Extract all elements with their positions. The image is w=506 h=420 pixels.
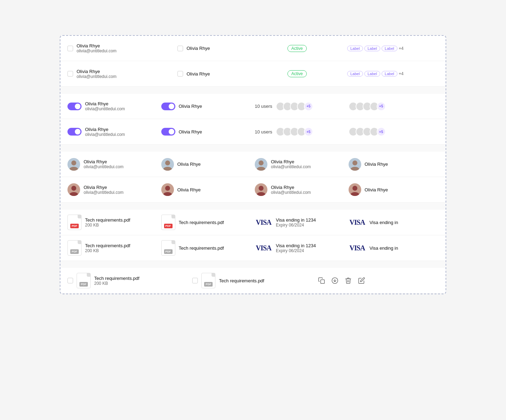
checkbox-input[interactable]	[67, 71, 73, 77]
avatar	[161, 183, 174, 196]
cell-users: 10 users +5	[255, 127, 345, 136]
visa-expiry: Expiry 06/2024	[276, 248, 316, 253]
cell-col4: Olivia Rhye	[349, 158, 439, 171]
copy-icon[interactable]	[317, 276, 326, 285]
toggle-switch[interactable]	[67, 128, 82, 136]
label-more: +4	[399, 71, 404, 76]
edit-icon[interactable]	[357, 276, 366, 285]
table-row: Olivia Rhye olivia@untitledui.com Olivia…	[60, 152, 446, 177]
cell-col2: Olivia Rhye	[177, 46, 284, 51]
user-email: olivia@untitledui.com	[271, 164, 311, 169]
user-name: Olivia Rhye	[177, 187, 201, 192]
user-email: olivia@untitledui.com	[77, 74, 117, 79]
cell-col1: PDF Tech requirements.pdf 200 KB	[67, 273, 189, 288]
table-row: PDF Tech requirements.pdf 200 KB PDF Tec…	[60, 268, 446, 293]
delete-icon[interactable]	[344, 276, 352, 285]
cell-col1: Olivia Rhye olivia@untitledui.com	[67, 183, 158, 196]
action-section: PDF Tech requirements.pdf 200 KB PDF Tec…	[60, 268, 446, 294]
label-chip: Label	[347, 46, 363, 51]
avatar-group: +5	[349, 102, 386, 111]
user-name: Olivia Rhye	[84, 159, 124, 164]
label-chip: Label	[382, 46, 397, 51]
label-chip: Label	[364, 71, 380, 77]
svg-rect-16	[320, 280, 324, 284]
user-name: Olivia Rhye	[179, 104, 202, 109]
download-icon[interactable]	[331, 276, 339, 285]
checkbox-input[interactable]	[177, 71, 183, 77]
user-info: Olivia Rhye olivia@untitledui.com	[85, 101, 125, 111]
cell-col3: VISA Visa ending in 1234 Expiry 06/2024	[255, 217, 345, 228]
user-name: Olivia Rhye	[77, 43, 117, 48]
avatar	[67, 183, 80, 196]
table-row: Olivia Rhye olivia@untitledui.com Olivia…	[60, 119, 446, 144]
checkbox-input[interactable]	[67, 278, 73, 283]
main-container: Olivia Rhye olivia@untitledui.com Olivia…	[60, 35, 446, 294]
users-count: 10 users	[255, 104, 272, 109]
svg-point-13	[257, 192, 265, 196]
svg-point-9	[70, 192, 78, 196]
toggle-switch[interactable]	[161, 103, 175, 110]
pdf-badge: PDF	[164, 224, 173, 228]
toggle-section: Olivia Rhye olivia@untitledui.com Olivia…	[60, 94, 446, 145]
file-size: 200 KB	[85, 223, 130, 228]
user-name: Olivia Rhye	[77, 69, 117, 74]
pdf-icon: PDF	[67, 240, 82, 256]
visa-info: Visa ending in 1234 Expiry 06/2024	[276, 243, 316, 253]
checkbox-input[interactable]	[177, 46, 183, 51]
file-name: Tech requirements.pdf	[179, 220, 224, 225]
user-email: olivia@untitledui.com	[84, 164, 124, 169]
svg-point-3	[163, 167, 172, 171]
user-name: Olivia Rhye	[271, 185, 311, 190]
cell-avatars-extra: +5	[349, 127, 439, 136]
checkbox-input[interactable]	[67, 46, 73, 51]
visa-ending: Visa ending in 1234	[276, 217, 316, 223]
cell-users: 10 users +5	[255, 102, 345, 111]
file-name: Tech requirements.pdf	[85, 243, 130, 248]
user-name: Olivia Rhye	[365, 162, 388, 167]
cell-col1: Olivia Rhye olivia@untitledui.com	[67, 127, 158, 137]
avatar-more: +5	[304, 102, 313, 111]
cell-col2: Olivia Rhye	[177, 71, 284, 77]
svg-point-11	[163, 192, 172, 196]
avatar-more: +5	[377, 127, 386, 136]
table-row: Olivia Rhye olivia@untitledui.com Olivia…	[60, 94, 446, 119]
avatar	[255, 183, 267, 196]
user-info: Olivia Rhye olivia@untitledui.com	[84, 159, 124, 169]
pdf-badge: PDF	[164, 249, 173, 254]
cell-col1: Olivia Rhye olivia@untitledui.com	[67, 43, 174, 53]
toggle-switch[interactable]	[67, 103, 82, 110]
cell-avatars-extra: +5	[349, 102, 439, 111]
table-row: PDF Tech requirements.pdf 200 KB PDF Tec…	[60, 235, 446, 261]
avatar	[349, 158, 361, 171]
checkbox-input[interactable]	[192, 278, 198, 283]
user-email: olivia@untitledui.com	[85, 106, 125, 111]
status-badge: Active	[287, 70, 307, 77]
avatar-more: +5	[304, 127, 313, 136]
table-row: Olivia Rhye olivia@untitledui.com Olivia…	[60, 36, 446, 61]
avatar-group: +5	[276, 102, 313, 111]
cell-col2: Olivia Rhye	[161, 128, 252, 136]
cell-col4: Olivia Rhye	[349, 183, 439, 196]
file-info: Tech requirements.pdf 200 KB	[94, 276, 140, 286]
cell-col3: Olivia Rhye olivia@untitledui.com	[255, 183, 345, 196]
labels-group: Label Label Label +4	[347, 46, 439, 51]
users-count: 10 users	[255, 129, 272, 134]
file-name: Tech requirements.pdf	[94, 276, 140, 281]
toggle-switch[interactable]	[161, 128, 175, 136]
cell-col2: Olivia Rhye	[161, 183, 252, 196]
user-name: Olivia Rhye	[187, 71, 210, 77]
svg-point-7	[351, 167, 359, 171]
avatar	[67, 158, 80, 171]
cell-col2: PDF Tech requirements.pdf	[161, 215, 252, 230]
svg-point-10	[165, 186, 170, 191]
cell-col1: Olivia Rhye olivia@untitledui.com	[67, 158, 158, 171]
avatar-more: +5	[377, 102, 386, 111]
file-name: Tech requirements.pdf	[219, 278, 264, 283]
user-name: Olivia Rhye	[84, 185, 124, 190]
cell-col3: VISA Visa ending in 1234 Expiry 06/2024	[255, 243, 345, 253]
visa-partial: Visa ending in	[370, 220, 398, 225]
user-name: Olivia Rhye	[365, 187, 388, 192]
file-info: Tech requirements.pdf 200 KB	[85, 217, 130, 228]
user-email: olivia@untitledui.com	[271, 190, 311, 195]
cell-col2: Olivia Rhye	[161, 103, 252, 110]
